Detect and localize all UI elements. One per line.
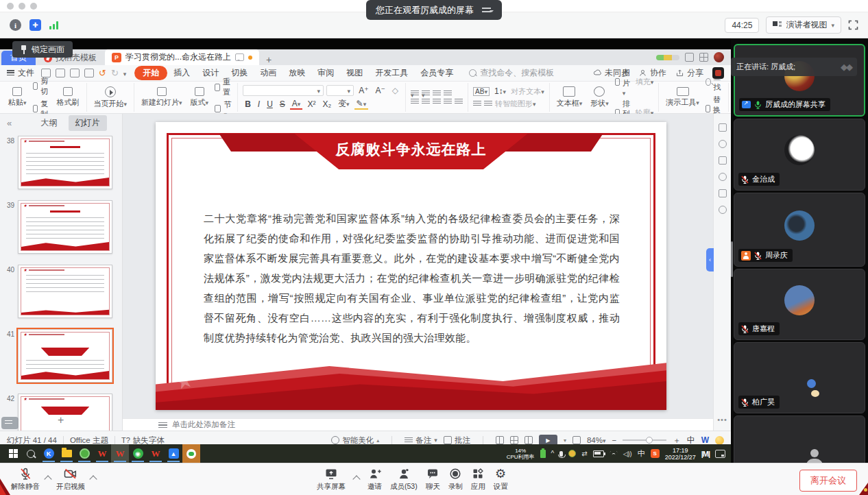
subscript-button[interactable]: X₂ — [320, 99, 333, 109]
align-text-button[interactable]: 对齐文本 — [511, 86, 544, 97]
slide-thumbnail-39[interactable]: 39 ★ — [3, 200, 122, 254]
text-direction-button[interactable]: AB — [473, 87, 490, 96]
slides-tab[interactable]: 幻灯片 — [69, 115, 107, 131]
assistant-ball-icon[interactable] — [715, 436, 724, 445]
slide-sorter-view-icon[interactable] — [510, 436, 518, 444]
lock-screen-button[interactable]: 锁定画面 — [12, 41, 73, 58]
text-effects-button[interactable]: 变 — [336, 98, 352, 110]
distribute-button[interactable] — [455, 99, 463, 105]
participant-tile-partial[interactable] — [734, 415, 865, 463]
account-avatar[interactable] — [714, 52, 724, 62]
line-spacing-button[interactable]: 1↕ — [492, 86, 508, 96]
zoom-slider-knob[interactable] — [646, 437, 653, 444]
picture-button[interactable]: 图片 — [623, 68, 633, 97]
menu-item-view[interactable]: 视图 — [340, 66, 369, 80]
fill-button[interactable]: 填充 — [636, 77, 654, 87]
spacing-before-button[interactable] — [473, 101, 481, 107]
panel-options-icon[interactable] — [1, 417, 19, 429]
rail-resource-icon[interactable] — [719, 206, 727, 214]
print-icon[interactable] — [70, 69, 80, 77]
banner-menu-icon[interactable] — [482, 7, 492, 14]
zoom-slider[interactable] — [623, 439, 666, 441]
menu-item-review[interactable]: 审阅 — [311, 66, 340, 80]
highlight-button[interactable]: ✎ — [354, 99, 369, 110]
title-banner[interactable]: 反腐败斗争永远在路上 — [219, 134, 603, 172]
tray-network-arrows-icon[interactable]: ⇄ — [581, 450, 587, 457]
spacing-after-button[interactable] — [484, 101, 492, 107]
apps-button[interactable]: 应用 — [471, 467, 485, 492]
menu-item-insert[interactable]: 插入 — [167, 66, 196, 80]
taskbar-search-button[interactable] — [22, 444, 40, 463]
add-slide-button[interactable]: + — [58, 414, 64, 426]
menu-item-home[interactable]: 开始 — [134, 66, 167, 80]
taskbar-app-browser[interactable] — [75, 444, 93, 463]
sidebar-scrollbar[interactable] — [731, 241, 733, 277]
start-button[interactable] — [4, 444, 22, 463]
tray-mic-icon[interactable] — [559, 451, 563, 457]
taskbar-app-wps-2[interactable]: W — [147, 444, 165, 463]
rail-properties-icon[interactable] — [719, 123, 727, 132]
start-video-button[interactable]: 开启视频 — [56, 467, 85, 492]
clear-format-button[interactable]: ◇ — [390, 86, 400, 95]
increase-indent-button[interactable] — [444, 90, 452, 97]
slide-thumbnail-41-selected[interactable]: 41 ★ — [3, 329, 122, 383]
align-center-button[interactable] — [422, 99, 430, 105]
wps-assistant-icon[interactable]: W — [701, 435, 709, 445]
slide-41[interactable]: 反腐败斗争永远在路上 二十大党章将“推动完善党和国家监督体系”纳入党的各级纪律检… — [156, 122, 666, 410]
superscript-button[interactable]: X² — [305, 99, 317, 109]
leave-meeting-button[interactable]: 离开会议 — [799, 470, 857, 492]
new-tab-button[interactable]: + — [259, 54, 278, 65]
tray-wifi-icon[interactable] — [610, 451, 618, 457]
tray-expand-icon[interactable]: ^ — [551, 450, 555, 457]
play-options-caret[interactable]: ▾ — [564, 437, 566, 444]
strikethrough-button[interactable]: S — [278, 99, 287, 109]
rail-help-icon[interactable] — [719, 140, 727, 148]
increase-font-button[interactable]: A⁺ — [357, 86, 370, 95]
security-shield-icon[interactable]: ✚ — [29, 19, 41, 31]
slide-body-text[interactable]: 二十大党章将“推动完善党和国家监督体系”纳入党的各级纪律检查委员会的主要任务，深… — [204, 208, 620, 348]
taskbar-app-kugou[interactable]: K — [40, 444, 58, 463]
bullet-list-button[interactable] — [411, 90, 419, 97]
chat-button[interactable]: 聊天 — [426, 467, 440, 492]
presentation-tools-button[interactable]: 演示工具 — [662, 87, 703, 108]
justify-button[interactable] — [444, 99, 452, 105]
reset-button[interactable]: 重置 — [213, 77, 234, 97]
slide-canvas[interactable]: 反腐败斗争永远在路上 二十大党章将“推动完善党和国家监督体系”纳入党的各级纪律检… — [123, 114, 713, 418]
fit-slide-icon[interactable] — [572, 436, 581, 444]
tray-monitor-icon[interactable] — [715, 450, 725, 458]
participant-tile[interactable]: 金治成 — [734, 119, 865, 191]
unmute-button[interactable]: 解除静音 — [11, 467, 40, 492]
participant-tile[interactable]: 周录庆 — [734, 193, 865, 267]
zoom-level[interactable]: 84% — [587, 436, 606, 444]
tab-document-active[interactable]: 学习贯彻党的...命永远在路上 — [105, 49, 259, 65]
zoom-window-button[interactable] — [30, 3, 37, 10]
rail-more-icon[interactable]: ••• — [717, 415, 727, 424]
rail-animation-icon[interactable] — [719, 156, 727, 165]
invite-button[interactable]: 邀请 — [367, 467, 382, 492]
participant-tile[interactable]: 唐嘉程 — [734, 269, 865, 340]
reading-view-icon[interactable] — [525, 436, 533, 444]
undo-icon[interactable]: ↺ — [99, 69, 106, 77]
taskbar-app-wps-active[interactable]: W — [111, 444, 129, 463]
tray-clock[interactable]: 17:19 2022/12/27 — [665, 447, 696, 461]
font-size-select[interactable] — [326, 85, 354, 96]
rail-chart-icon[interactable] — [719, 189, 727, 197]
settings-button[interactable]: ⚙ 设置 — [494, 467, 508, 492]
redo-icon[interactable]: ↻ — [111, 69, 119, 77]
italic-button[interactable]: I — [256, 99, 262, 109]
taskbar-app-explorer[interactable] — [58, 444, 75, 463]
tray-battery-icon[interactable] — [593, 450, 604, 457]
normal-view-icon[interactable] — [496, 436, 504, 444]
font-family-select[interactable] — [243, 85, 324, 96]
user-avatar[interactable] — [712, 67, 724, 79]
close-window-button[interactable] — [7, 3, 14, 10]
menu-item-devtools[interactable]: 开发工具 — [369, 66, 414, 80]
network-signal-icon[interactable] — [49, 21, 58, 29]
format-painter-button[interactable]: 格式刷 — [53, 87, 84, 108]
share-button[interactable]: 分享 — [675, 67, 703, 79]
print-preview-icon[interactable] — [84, 69, 94, 77]
notes-bar[interactable]: 单击此处添加备注 — [123, 418, 713, 431]
sogou-input-icon[interactable]: S — [651, 449, 660, 458]
cpu-meter[interactable]: 14% CPU利用率 — [507, 448, 535, 460]
underline-button[interactable]: U — [265, 99, 275, 109]
